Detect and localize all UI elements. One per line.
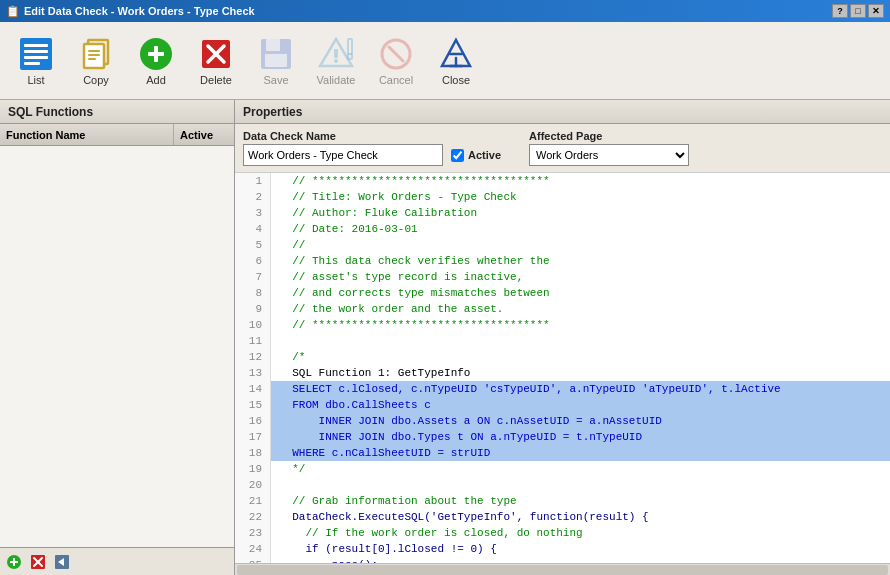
svg-rect-8 — [88, 54, 100, 56]
code-line-21[interactable]: 21 // Grab information about the type — [235, 493, 890, 509]
line-number-7: 7 — [235, 269, 271, 285]
line-number-14: 14 — [235, 381, 271, 397]
code-line-10[interactable]: 10 // **********************************… — [235, 317, 890, 333]
line-number-3: 3 — [235, 205, 271, 221]
close-label: Close — [442, 74, 470, 86]
add-icon — [138, 36, 174, 72]
code-line-4[interactable]: 4 // Date: 2016-03-01 — [235, 221, 890, 237]
code-line-3[interactable]: 3 // Author: Fluke Calibration — [235, 205, 890, 221]
code-line-13[interactable]: 13 SQL Function 1: GetTypeInfo — [235, 365, 890, 381]
properties-form: Data Check Name Active Affected Page Wor… — [235, 124, 890, 173]
code-line-19[interactable]: 19 */ — [235, 461, 890, 477]
svg-rect-20 — [334, 49, 338, 58]
add-label: Add — [146, 74, 166, 86]
code-line-23[interactable]: 23 // If the work order is closed, do no… — [235, 525, 890, 541]
code-line-6[interactable]: 6 // This data check verifies whether th… — [235, 253, 890, 269]
code-line-22[interactable]: 22 DataCheck.ExecuteSQL('GetTypeInfo', f… — [235, 509, 890, 525]
scrollbar-thumb[interactable] — [237, 565, 888, 575]
line-number-16: 16 — [235, 413, 271, 429]
minimize-button[interactable]: ? — [832, 4, 848, 18]
sql-functions-header: SQL Functions — [0, 100, 234, 124]
add-button[interactable]: Add — [128, 27, 184, 95]
data-check-name-label: Data Check Name — [243, 130, 443, 142]
code-line-9[interactable]: 9 // the work order and the asset. — [235, 301, 890, 317]
code-line-25[interactable]: 25 pass(); — [235, 557, 890, 563]
line-code-8: // and corrects type mismatches between — [271, 285, 550, 301]
line-number-15: 15 — [235, 397, 271, 413]
line-code-22: DataCheck.ExecuteSQL('GetTypeInfo', func… — [271, 509, 649, 525]
line-number-8: 8 — [235, 285, 271, 301]
save-button[interactable]: Save — [248, 27, 304, 95]
delete-function-button[interactable] — [28, 552, 48, 572]
list-button[interactable]: List — [8, 27, 64, 95]
line-code-18: WHERE c.nCallSheetUID = strUID — [271, 445, 490, 461]
properties-header: Properties — [235, 100, 890, 124]
restore-button[interactable]: □ — [850, 4, 866, 18]
code-line-18[interactable]: 18 WHERE c.nCallSheetUID = strUID — [235, 445, 890, 461]
line-number-6: 6 — [235, 253, 271, 269]
line-code-3: // Author: Fluke Calibration — [271, 205, 477, 221]
function-list[interactable] — [0, 146, 234, 547]
cancel-button[interactable]: Cancel — [368, 27, 424, 95]
line-number-5: 5 — [235, 237, 271, 253]
line-code-17: INNER JOIN dbo.Types t ON a.nTypeUID = t… — [271, 429, 642, 445]
toolbar: List Copy Add — [0, 22, 890, 100]
line-number-23: 23 — [235, 525, 271, 541]
close-button[interactable]: Close — [428, 27, 484, 95]
svg-rect-2 — [24, 50, 48, 53]
line-number-4: 4 — [235, 221, 271, 237]
line-code-7: // asset's type record is inactive, — [271, 269, 523, 285]
arrow-function-button[interactable] — [52, 552, 72, 572]
validate-button[interactable]: Validate — [308, 27, 364, 95]
code-line-24[interactable]: 24 if (result[0].lClosed != 0) { — [235, 541, 890, 557]
line-code-13: SQL Function 1: GetTypeInfo — [271, 365, 470, 381]
add-function-button[interactable] — [4, 552, 24, 572]
copy-button[interactable]: Copy — [68, 27, 124, 95]
line-code-1: // ************************************ — [271, 173, 550, 189]
function-name-column-header: Function Name — [0, 124, 174, 145]
line-code-24: if (result[0].lClosed != 0) { — [271, 541, 497, 557]
code-line-15[interactable]: 15 FROM dbo.CallSheets c — [235, 397, 890, 413]
delete-button[interactable]: Delete — [188, 27, 244, 95]
line-number-10: 10 — [235, 317, 271, 333]
copy-icon — [78, 36, 114, 72]
left-panel-toolbar — [0, 547, 234, 575]
code-line-17[interactable]: 17 INNER JOIN dbo.Types t ON a.nTypeUID … — [235, 429, 890, 445]
svg-line-25 — [389, 47, 403, 61]
horizontal-scrollbar[interactable] — [235, 563, 890, 575]
svg-rect-32 — [13, 558, 15, 566]
left-panel: SQL Functions Function Name Active — [0, 100, 235, 575]
code-line-5[interactable]: 5 // — [235, 237, 890, 253]
validate-icon — [318, 36, 354, 72]
code-line-7[interactable]: 7 // asset's type record is inactive, — [235, 269, 890, 285]
svg-rect-17 — [266, 39, 280, 51]
line-number-17: 17 — [235, 429, 271, 445]
data-check-name-input[interactable] — [243, 144, 443, 166]
line-code-11 — [271, 333, 279, 349]
code-line-12[interactable]: 12 /* — [235, 349, 890, 365]
title-bar: 📋 Edit Data Check - Work Orders - Type C… — [0, 0, 890, 22]
title-bar-controls[interactable]: ? □ ✕ — [832, 4, 884, 18]
affected-page-select[interactable]: Work Orders Assets Calibration Reports — [529, 144, 689, 166]
active-checkbox[interactable] — [451, 149, 464, 162]
close-window-button[interactable]: ✕ — [868, 4, 884, 18]
code-line-14[interactable]: 14 SELECT c.lClosed, c.nTypeUID 'csTypeU… — [235, 381, 890, 397]
code-line-8[interactable]: 8 // and corrects type mismatches betwee… — [235, 285, 890, 301]
code-line-1[interactable]: 1 // ***********************************… — [235, 173, 890, 189]
code-line-2[interactable]: 2 // Title: Work Orders - Type Check — [235, 189, 890, 205]
svg-rect-22 — [348, 39, 352, 59]
line-number-20: 20 — [235, 477, 271, 493]
svg-rect-4 — [24, 62, 40, 65]
active-group: Active — [451, 149, 501, 162]
affected-page-label: Affected Page — [529, 130, 689, 142]
affected-page-group: Affected Page Work Orders Assets Calibra… — [529, 130, 689, 166]
code-line-20[interactable]: 20 — [235, 477, 890, 493]
validate-label: Validate — [317, 74, 356, 86]
save-icon — [258, 36, 294, 72]
code-editor[interactable]: 1 // ***********************************… — [235, 173, 890, 563]
line-code-6: // This data check verifies whether the — [271, 253, 550, 269]
code-line-16[interactable]: 16 INNER JOIN dbo.Assets a ON c.nAssetUI… — [235, 413, 890, 429]
code-line-11[interactable]: 11 — [235, 333, 890, 349]
line-number-25: 25 — [235, 557, 271, 563]
left-table-header: Function Name Active — [0, 124, 234, 146]
